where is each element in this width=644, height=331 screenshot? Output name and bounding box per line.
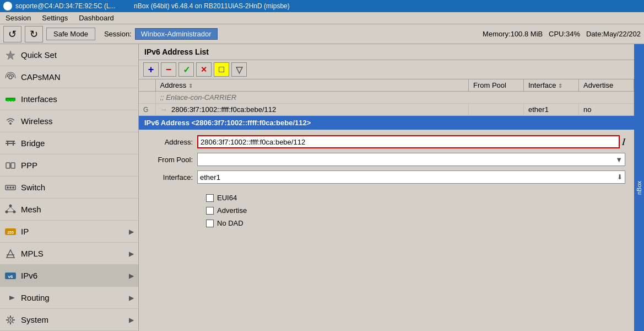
- svg-text:255: 255: [7, 231, 14, 234]
- svg-line-21: [10, 207, 14, 211]
- add-button[interactable]: +: [143, 62, 159, 77]
- svg-point-15: [9, 186, 12, 189]
- undo-button[interactable]: ↺: [3, 26, 21, 42]
- col-interface: Interface ⇕: [524, 79, 579, 92]
- svg-line-36: [13, 322, 14, 323]
- disable-button[interactable]: ✕: [196, 62, 212, 77]
- sidebar: Quick Set CAPsMAN: [0, 44, 139, 331]
- safe-mode-button[interactable]: Safe Mode: [46, 28, 95, 40]
- eui64-checkbox[interactable]: [206, 194, 214, 202]
- ip-arrow-icon: ▶: [129, 228, 134, 236]
- sidebar-label-ppp: PPP: [21, 161, 134, 170]
- sidebar-item-ipv6[interactable]: v6 IPv6 ▶: [0, 265, 138, 287]
- table-row[interactable]: G → 2806:3f7:1002::ffff:f0ca:bebe/112 et…: [139, 104, 634, 116]
- no-dad-label: No DAD: [217, 219, 243, 227]
- sidebar-item-capsman[interactable]: CAPsMAN: [0, 66, 138, 88]
- interface-dropdown-arrow-icon: ⬇: [617, 173, 623, 181]
- svg-rect-2: [7, 99, 9, 102]
- sidebar-item-mesh[interactable]: Mesh: [0, 199, 138, 221]
- col-flag: [139, 79, 155, 92]
- address-input[interactable]: [197, 135, 620, 148]
- filter-button[interactable]: ▽: [231, 62, 247, 77]
- from-pool-field-row: From Pool: ▼: [148, 153, 625, 166]
- menu-settings[interactable]: Settings: [39, 13, 71, 23]
- sidebar-label-bridge: Bridge: [21, 138, 134, 148]
- sidebar-item-mpls[interactable]: MPLS ▶: [0, 243, 138, 265]
- svg-point-14: [7, 186, 9, 189]
- capsman-icon: [4, 71, 17, 83]
- svg-line-37: [13, 317, 14, 318]
- system-info: Memory:100.8 MiB CPU:34% Date:May/22/202: [483, 30, 641, 38]
- comment-button[interactable]: □: [214, 62, 229, 77]
- col-from-pool: From Pool: [469, 79, 524, 92]
- row-advertise: no: [579, 104, 634, 116]
- dropdown-arrow-icon: ▼: [615, 156, 623, 164]
- sidebar-label-switch: Switch: [21, 183, 134, 192]
- advertise-label: Advertise: [217, 206, 247, 215]
- sidebar-label-wireless: Wireless: [21, 116, 134, 126]
- sidebar-item-ppp[interactable]: PPP: [0, 154, 138, 177]
- address-list-table: Address ⇕ From Pool Interface ⇕ Advertis…: [139, 79, 634, 116]
- menu-dashboard[interactable]: Dashboard: [75, 13, 117, 23]
- from-pool-dropdown[interactable]: ▼: [197, 153, 625, 166]
- system-arrow-icon: ▶: [129, 316, 134, 324]
- sidebar-label-ip: IP: [21, 227, 125, 236]
- cursor-icon: 𝐼: [622, 136, 625, 148]
- redo-button[interactable]: ↻: [25, 26, 43, 42]
- row-interface: ether1: [524, 104, 579, 116]
- svg-text:v6: v6: [8, 274, 13, 279]
- sidebar-item-ip[interactable]: 255 IP ▶: [0, 221, 138, 243]
- address-field-row: Address: 𝐼: [148, 135, 625, 148]
- sidebar-item-switch[interactable]: Switch: [0, 177, 138, 199]
- vertical-label: nBox: [634, 44, 644, 331]
- remove-button[interactable]: −: [161, 62, 176, 77]
- title-bar: soporte@C4:AD:34:7E:92:5C (L... nBox (64…: [0, 0, 644, 12]
- detail-dialog-body: Address: 𝐼 From Pool: ▼ Interface: ether…: [139, 130, 634, 237]
- svg-rect-11: [11, 163, 15, 168]
- svg-point-17: [9, 204, 12, 207]
- system-icon: [4, 314, 17, 326]
- enable-button[interactable]: ✓: [178, 62, 194, 77]
- sidebar-label-system: System: [21, 315, 125, 324]
- no-dad-checkbox-row: No DAD: [206, 219, 625, 227]
- session-name: Winbox-Administrador: [135, 28, 218, 40]
- detail-dialog: IPv6 Address <2806:3f7:1002::ffff:f0ca:b…: [139, 116, 634, 237]
- menu-session[interactable]: Session: [2, 13, 34, 23]
- svg-marker-25: [7, 250, 14, 258]
- svg-line-38: [8, 322, 9, 323]
- sidebar-label-routing: Routing: [21, 293, 125, 302]
- interface-value: ether1: [200, 173, 617, 181]
- ipv6-list-panel: IPv6 Address List + − ✓ ✕ □ ▽ Address ⇕: [139, 44, 634, 116]
- sidebar-item-system[interactable]: System ▶: [0, 309, 138, 331]
- ip-icon: 255: [4, 226, 17, 238]
- ppp-icon: [4, 159, 17, 172]
- mpls-icon: [4, 248, 17, 260]
- mpls-arrow-icon: ▶: [129, 250, 134, 258]
- no-dad-checkbox[interactable]: [206, 220, 214, 227]
- svg-rect-3: [10, 99, 12, 102]
- sidebar-label-interfaces: Interfaces: [21, 94, 134, 104]
- panel-toolbar: + − ✓ ✕ □ ▽: [139, 60, 634, 79]
- advertise-checkbox[interactable]: [206, 207, 214, 215]
- advertise-checkbox-row: Advertise: [206, 206, 625, 215]
- content-area: IPv6 Address List + − ✓ ✕ □ ▽ Address ⇕: [139, 44, 634, 331]
- sidebar-label-capsman: CAPsMAN: [21, 72, 134, 82]
- sidebar-item-bridge[interactable]: Bridge: [0, 132, 138, 154]
- sidebar-item-quick-set[interactable]: Quick Set: [0, 44, 138, 66]
- routing-arrow-icon: ▶: [129, 294, 134, 302]
- col-advertise: Advertise: [579, 79, 634, 92]
- app-logo: [3, 2, 12, 10]
- svg-rect-4: [13, 99, 14, 102]
- sidebar-item-routing[interactable]: Routing ▶: [0, 287, 138, 309]
- svg-point-30: [10, 319, 12, 321]
- from-pool-label: From Pool:: [148, 156, 197, 164]
- session-label: Session:: [104, 30, 132, 38]
- interface-dropdown[interactable]: ether1 ⬇: [197, 170, 625, 184]
- sidebar-item-interfaces[interactable]: Interfaces: [0, 88, 138, 110]
- interface-label: Interface:: [148, 173, 197, 181]
- panel-header: IPv6 Address List: [139, 44, 634, 60]
- table-row: ;; Enlace-con-CARRIER: [139, 92, 634, 104]
- mesh-icon: [4, 204, 17, 216]
- sidebar-item-wireless[interactable]: Wireless: [0, 110, 138, 132]
- sidebar-label-quick-set: Quick Set: [21, 50, 134, 60]
